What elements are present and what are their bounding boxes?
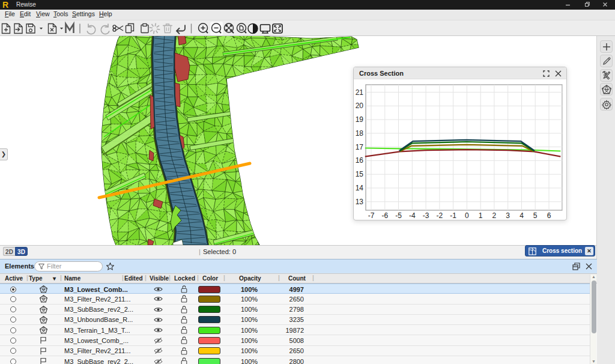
svg-text:-3: -3	[423, 211, 429, 220]
svg-text:13: 13	[356, 198, 364, 206]
svg-text:17: 17	[356, 143, 364, 151]
svg-text:-2: -2	[437, 211, 443, 220]
svg-text:-6: -6	[381, 211, 388, 220]
svg-text:-1: -1	[450, 211, 456, 220]
svg-text:6: 6	[547, 211, 551, 220]
svg-text:18: 18	[356, 129, 364, 138]
svg-text:-7: -7	[368, 211, 375, 220]
svg-text:-4: -4	[409, 211, 416, 220]
svg-text:0: 0	[465, 211, 469, 220]
svg-text:14: 14	[356, 184, 364, 192]
svg-text:4: 4	[520, 211, 524, 220]
svg-text:20: 20	[356, 102, 364, 110]
svg-text:15: 15	[356, 170, 364, 178]
svg-text:2: 2	[492, 211, 497, 220]
svg-text:21: 21	[356, 88, 364, 97]
svg-text:16: 16	[356, 156, 364, 165]
svg-text:5: 5	[533, 211, 538, 220]
svg-text:-5: -5	[395, 211, 402, 220]
svg-text:19: 19	[356, 115, 364, 124]
svg-text:3: 3	[506, 211, 510, 220]
svg-text:1: 1	[479, 211, 483, 220]
